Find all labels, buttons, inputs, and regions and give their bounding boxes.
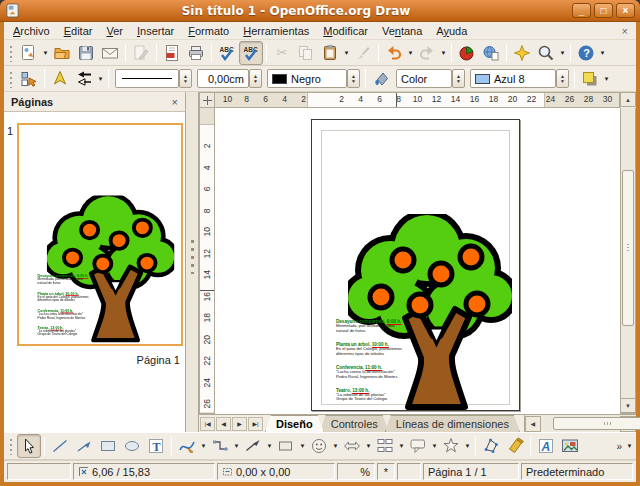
menu-ventana[interactable]: Ventana <box>375 24 429 38</box>
toolbar-overflow-caret[interactable]: ▼ <box>625 443 634 449</box>
zoom-dropdown-caret[interactable]: ▼ <box>558 50 567 56</box>
menu-ayuda[interactable]: Ayuda <box>429 24 474 38</box>
vertical-ruler[interactable]: 246810121416182022242628 <box>199 108 215 414</box>
callouts-caret[interactable]: ▼ <box>430 443 439 449</box>
close-button[interactable]: × <box>616 3 635 18</box>
tab-lineas-de-dimensiones[interactable]: Líneas de dimensiones <box>385 415 520 432</box>
lines-arrows-caret[interactable]: ▼ <box>265 443 274 449</box>
minimize-button[interactable]: _ <box>572 3 591 18</box>
flowchart-caret[interactable]: ▼ <box>397 443 406 449</box>
flowchart-button[interactable] <box>373 434 397 458</box>
ruler-corner[interactable] <box>199 92 215 108</box>
previous-page-button[interactable]: ◀ <box>216 417 231 431</box>
help-button[interactable]: ? <box>574 41 598 65</box>
cut-button[interactable]: ✂ <box>270 41 294 65</box>
lines-arrows-tool-button[interactable] <box>241 434 265 458</box>
insert-chart-button[interactable] <box>455 41 479 65</box>
scroll-down-button[interactable]: ▼ <box>620 398 636 413</box>
toolbar-grip[interactable] <box>9 437 14 455</box>
h-scrollbar-thumb[interactable] <box>553 417 640 430</box>
line-arrow-tool-button[interactable] <box>72 434 96 458</box>
horizontal-ruler[interactable]: 10864224681012141618202224262830 <box>215 92 620 108</box>
toolbar-overflow-caret[interactable]: ▼ <box>598 50 607 56</box>
spellcheck-button[interactable]: ABC <box>215 41 239 65</box>
curve-caret[interactable]: ▼ <box>199 443 208 449</box>
scroll-left-button[interactable]: ◀ <box>525 416 541 432</box>
status-zoom-cell[interactable]: % <box>337 463 375 480</box>
horizontal-scrollbar[interactable]: ◀ ▶ <box>524 415 636 432</box>
symbol-shapes-caret[interactable]: ▼ <box>331 443 340 449</box>
format-paintbrush-button[interactable] <box>351 41 375 65</box>
symbol-shapes-button[interactable] <box>307 434 331 458</box>
ellipse-tool-button[interactable] <box>120 434 144 458</box>
rectangle-tool-button[interactable] <box>96 434 120 458</box>
redo-dropdown-caret[interactable]: ▼ <box>439 50 448 56</box>
curve-tool-button[interactable] <box>175 434 199 458</box>
select-tool-button[interactable] <box>17 434 41 458</box>
undo-dropdown-caret[interactable]: ▼ <box>406 50 415 56</box>
print-button[interactable] <box>184 41 208 65</box>
v-scrollbar-thumb[interactable] <box>622 170 634 326</box>
area-fill-select[interactable]: Azul 8 <box>470 69 556 88</box>
area-style-spinner[interactable]: ▲ ▼ <box>452 69 465 88</box>
edit-file-button[interactable] <box>129 41 153 65</box>
shadow-button[interactable] <box>578 67 602 91</box>
text-tool-button[interactable]: T <box>144 434 168 458</box>
vertical-scrollbar[interactable]: ▼ <box>620 108 636 414</box>
spin-down-icon[interactable]: ▼ <box>253 79 258 84</box>
toolbar-more-icon[interactable]: » <box>613 441 625 452</box>
poster-text[interactable]: Desayuno compartido, 9:00 h.Mermelada, p… <box>336 319 434 411</box>
scroll-up-button[interactable]: ▲ <box>620 92 636 107</box>
connector-tool-button[interactable] <box>208 434 232 458</box>
status-page-cell[interactable]: Página 1 / 1 <box>423 463 519 480</box>
tab-controles[interactable]: Controles <box>320 415 389 432</box>
spin-down-icon[interactable]: ▼ <box>560 79 565 84</box>
callouts-button[interactable] <box>406 434 430 458</box>
drawing-canvas[interactable]: Desayuno compartido, 9:00 h.Mermelada, p… <box>215 108 620 414</box>
line-width-input[interactable]: 0,00cm <box>197 69 249 88</box>
redo-button[interactable] <box>415 41 439 65</box>
paste-button[interactable] <box>318 41 342 65</box>
menu-ver[interactable]: Ver <box>99 24 130 38</box>
last-page-button[interactable]: ▶| <box>248 417 263 431</box>
open-button[interactable] <box>50 41 74 65</box>
h-scrollbar-track[interactable] <box>541 416 620 432</box>
menu-insertar[interactable]: Insertar <box>130 24 181 38</box>
connector-caret[interactable]: ▼ <box>232 443 241 449</box>
line-tool-button[interactable] <box>48 434 72 458</box>
line-width-spinner[interactable]: ▲ ▼ <box>249 69 262 88</box>
block-arrows-button[interactable] <box>340 434 364 458</box>
toolbar-grip[interactable] <box>9 70 14 88</box>
fontwork-button[interactable]: A <box>534 434 558 458</box>
spin-down-icon[interactable]: ▼ <box>183 79 188 84</box>
area-fill-spinner[interactable]: ▲ ▼ <box>556 69 569 88</box>
gallery-button[interactable] <box>510 41 534 65</box>
edit-points-button[interactable] <box>479 434 503 458</box>
stars-caret[interactable]: ▼ <box>463 443 472 449</box>
stars-button[interactable] <box>439 434 463 458</box>
paste-dropdown-caret[interactable]: ▼ <box>342 50 351 56</box>
insert-image-button[interactable] <box>558 434 582 458</box>
new-document-button[interactable] <box>17 41 41 65</box>
menu-archivo[interactable]: Archivo <box>6 24 57 38</box>
line-dialog-button[interactable] <box>48 67 72 91</box>
auto-spellcheck-button[interactable]: ABC <box>239 41 263 65</box>
zoom-button[interactable] <box>534 41 558 65</box>
menu-modificar[interactable]: Modificar <box>316 24 375 38</box>
spin-down-icon[interactable]: ▼ <box>351 79 356 84</box>
tab-diseno[interactable]: Diseño <box>265 415 324 432</box>
copy-button[interactable] <box>294 41 318 65</box>
titlebar[interactable]: Sin título 1 - OpenOffice.org Draw _ □ × <box>0 0 640 22</box>
email-button[interactable] <box>98 41 122 65</box>
save-button[interactable] <box>74 41 98 65</box>
menu-herramientas[interactable]: Herramientas <box>236 24 316 38</box>
styles-formatting-button[interactable] <box>17 67 41 91</box>
basic-shapes-caret[interactable]: ▼ <box>298 443 307 449</box>
document-page[interactable]: Desayuno compartido, 9:00 h.Mermelada, p… <box>311 119 520 411</box>
next-page-button[interactable]: ▶ <box>232 417 247 431</box>
arrow-style-button[interactable] <box>72 67 96 91</box>
maximize-button[interactable]: □ <box>594 3 613 18</box>
menu-formato[interactable]: Formato <box>181 24 236 38</box>
navigator-button[interactable] <box>479 41 503 65</box>
panel-close-icon[interactable]: × <box>172 96 178 108</box>
